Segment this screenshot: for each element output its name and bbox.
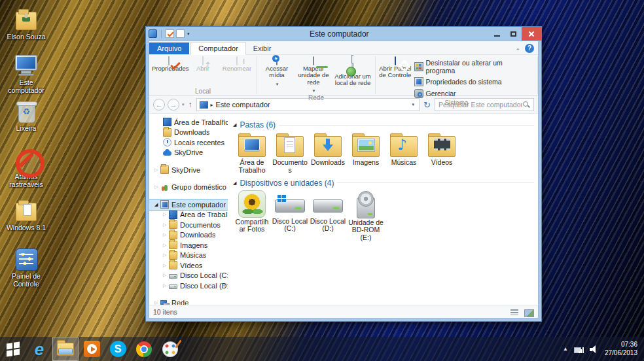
- expander-icon[interactable]: ▷: [163, 232, 169, 237]
- open-control-panel-button[interactable]: Abrir Painel de Controle: [378, 56, 412, 79]
- taskbar-media-player[interactable]: [79, 337, 105, 361]
- forward-button[interactable]: →: [168, 99, 179, 111]
- network-status-icon[interactable]: [574, 345, 584, 353]
- folder-item-desktop[interactable]: Área de Trabalho: [233, 132, 271, 175]
- device-item-bd-rom[interactable]: Unidade de BD-ROM (E:): [347, 190, 385, 242]
- nav-item-local-disk-d[interactable]: ▷Disco Local (D:): [149, 281, 228, 291]
- expander-icon[interactable]: ▷: [154, 184, 160, 190]
- close-button[interactable]: [522, 27, 541, 41]
- map-network-drive-button[interactable]: Mapear unidade de rede: [294, 56, 333, 94]
- desktop-icon-recycle-bin[interactable]: ♻ Lixeira: [2, 99, 50, 132]
- qat-properties-button[interactable]: [166, 29, 174, 38]
- qat-new-folder-button[interactable]: [176, 29, 185, 38]
- tab-computer[interactable]: Computador: [190, 42, 246, 55]
- manage-button[interactable]: Gerenciar: [412, 88, 535, 99]
- nav-item-local-disk-c[interactable]: ▷Disco Local (C:): [149, 271, 228, 281]
- volume-icon[interactable]: [590, 345, 599, 353]
- nav-scroll-down-arrow[interactable]: ▼: [222, 283, 226, 288]
- titlebar[interactable]: ▾ Este computador: [146, 27, 541, 41]
- collapse-section-icon[interactable]: ◢: [233, 122, 236, 128]
- nav-item-documents[interactable]: ▷Documentos: [149, 220, 228, 230]
- taskbar-file-explorer[interactable]: [52, 337, 79, 361]
- device-item-local-disk-c[interactable]: Disco Local (C:): [271, 190, 309, 242]
- navigation-pane: ▲ ▼ Área de Trabalho Downloads Locais re…: [149, 114, 228, 305]
- nav-item-downloads[interactable]: ▷Downloads: [149, 230, 228, 241]
- up-button[interactable]: ↑: [187, 100, 194, 109]
- taskbar-chrome[interactable]: [131, 337, 157, 361]
- folder-item-music[interactable]: ♪ Músicas: [385, 132, 423, 175]
- section-header-folders[interactable]: ◢ Pastas (6): [233, 120, 534, 129]
- device-item-local-disk-d[interactable]: Disco Local (D:): [309, 190, 347, 242]
- computer-icon: [13, 54, 39, 77]
- expander-icon[interactable]: ▷: [154, 167, 160, 173]
- nav-item-network[interactable]: ▷Rede: [149, 298, 228, 305]
- desktop-icon-windows81-folder[interactable]: Windows 8.1: [2, 199, 50, 232]
- desktop-icon-control-panel[interactable]: Painel de Controle: [2, 247, 50, 288]
- system-properties-button[interactable]: Propriedades do sistema: [412, 77, 535, 87]
- expander-icon[interactable]: ▷: [163, 263, 169, 268]
- this-pc-icon: [200, 101, 208, 109]
- windows-logo-icon: [7, 341, 20, 356]
- nav-item-skydrive[interactable]: ▷SkyDrive: [149, 165, 228, 175]
- expander-icon[interactable]: ▷: [154, 300, 160, 305]
- section-header-devices[interactable]: ◢ Dispositivos e unidades (4): [233, 179, 534, 188]
- recent-locations-dropdown[interactable]: ▾: [182, 102, 185, 107]
- tab-file[interactable]: Arquivo: [149, 43, 189, 54]
- desktop-icon-this-pc[interactable]: Este computador: [2, 54, 50, 94]
- minimize-button[interactable]: [489, 27, 505, 41]
- taskbar-skype[interactable]: S: [105, 337, 131, 361]
- ribbon-group-system: Abrir Painel de Controle Desinstalar ou …: [376, 55, 537, 95]
- collapse-section-icon[interactable]: ◢: [233, 180, 236, 186]
- tray-overflow-button[interactable]: ▲: [563, 346, 568, 352]
- device-item-share-photos[interactable]: Compartilhar Fotos: [233, 190, 271, 242]
- nav-item-downloads-favorite[interactable]: Downloads: [149, 128, 228, 138]
- nav-item-skydrive-favorite[interactable]: SkyDrive: [149, 148, 228, 158]
- tab-view[interactable]: Exibir: [246, 43, 279, 54]
- expander-icon[interactable]: ▷: [163, 222, 169, 228]
- expander-icon[interactable]: ▷: [163, 212, 169, 217]
- desktop-icon-user-folder[interactable]: Elson Souza: [2, 8, 50, 41]
- uninstall-program-button[interactable]: Desinstalar ou alterar um programa: [412, 58, 535, 75]
- uninstall-icon: [414, 62, 423, 71]
- expander-icon[interactable]: ▷: [163, 273, 169, 278]
- ribbon-tabstrip: Arquivo Computador Exibir ⌃ ?: [149, 41, 538, 55]
- expander-icon[interactable]: ▷: [163, 252, 169, 258]
- nav-item-pictures[interactable]: ▷Imagens: [149, 240, 228, 250]
- collapse-ribbon-button[interactable]: ⌃: [510, 48, 525, 54]
- folder-item-videos[interactable]: Vídeos: [423, 132, 461, 175]
- expander-icon[interactable]: ▷: [163, 243, 169, 248]
- help-button[interactable]: ?: [525, 44, 534, 53]
- system-properties-icon: [414, 77, 423, 86]
- desktop-icon-blocked-shortcuts[interactable]: Atalhos rastreáveis: [2, 148, 50, 188]
- nav-item-desktop-favorite[interactable]: Área de Trabalho: [149, 117, 228, 128]
- folder-item-documents[interactable]: Documentos: [271, 132, 309, 175]
- properties-button[interactable]: Propriedades: [152, 56, 186, 72]
- search-icon[interactable]: [522, 101, 530, 109]
- back-button[interactable]: ←: [153, 99, 165, 111]
- start-button[interactable]: [0, 337, 26, 361]
- maximize-button[interactable]: [505, 27, 522, 41]
- nav-item-homegroup[interactable]: ▷Grupo doméstico: [149, 182, 228, 193]
- access-media-button[interactable]: Acessar mídia: [260, 56, 294, 87]
- desktop-folder-icon: [238, 136, 266, 157]
- details-view-button[interactable]: [509, 307, 520, 317]
- breadcrumb-location[interactable]: Este computador: [216, 101, 270, 109]
- large-icons-view-button[interactable]: [522, 307, 534, 317]
- taskbar-internet-explorer[interactable]: e: [26, 337, 52, 361]
- tray-clock[interactable]: 07:36 27/06/2013: [605, 341, 637, 357]
- folder-icon: [169, 261, 177, 269]
- nav-item-desktop[interactable]: ▷Área de Trabalho: [149, 210, 228, 220]
- folder-item-downloads[interactable]: Downloads: [309, 132, 347, 175]
- expander-icon[interactable]: ◢: [154, 202, 160, 207]
- expander-icon[interactable]: ▷: [163, 283, 169, 288]
- nav-scroll-up-arrow[interactable]: ▲: [222, 118, 226, 122]
- folder-item-pictures[interactable]: Imagens: [347, 132, 385, 175]
- nav-item-videos[interactable]: ▷Vídeos: [149, 260, 228, 271]
- taskbar-paint[interactable]: [157, 337, 183, 361]
- quick-access-toolbar: ▾: [149, 29, 190, 38]
- add-network-location-button[interactable]: Adicionar um local de rede: [333, 56, 372, 87]
- nav-item-recent-places[interactable]: Locais recentes: [149, 137, 228, 148]
- folder-icon: [169, 241, 177, 249]
- nav-item-music[interactable]: ▷Músicas: [149, 250, 228, 261]
- nav-item-this-pc[interactable]: ◢Este computador: [149, 199, 228, 210]
